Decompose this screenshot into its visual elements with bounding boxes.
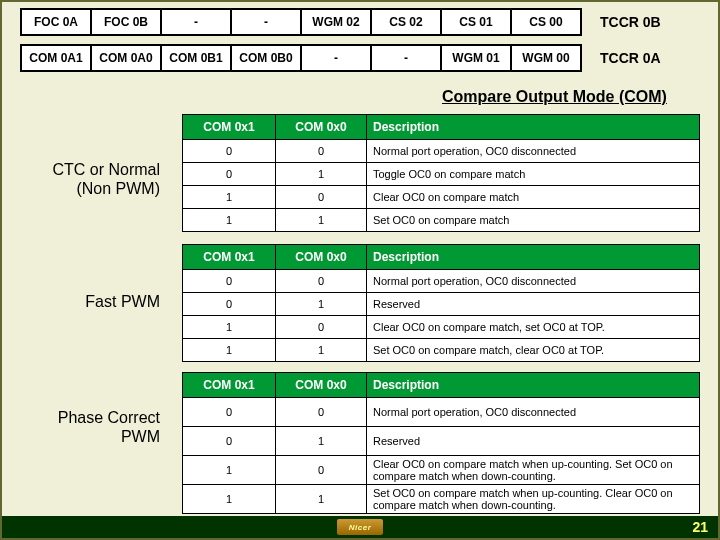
- tccr0b-bit: WGM 02: [301, 9, 371, 35]
- table-row: 00Normal port operation, OC0 disconnecte…: [183, 270, 700, 293]
- tccr0b-bit: FOC 0B: [91, 9, 161, 35]
- table-row: 11Set OC0 on compare match when up-count…: [183, 485, 700, 514]
- com-table-ctc: COM 0x1 COM 0x0 Description 00Normal por…: [182, 114, 700, 232]
- com-table-fastpwm: COM 0x1 COM 0x0 Description 00Normal por…: [182, 244, 700, 362]
- tccr0a-table: COM 0A1 COM 0A0 COM 0B1 COM 0B0 - - WGM …: [20, 44, 582, 72]
- tccr0b-bit: CS 02: [371, 9, 441, 35]
- tccr0a-bit: COM 0B0: [231, 45, 301, 71]
- col-com0x1: COM 0x1: [183, 373, 276, 398]
- col-com0x0: COM 0x0: [276, 245, 367, 270]
- col-com0x1: COM 0x1: [183, 245, 276, 270]
- col-com0x1: COM 0x1: [183, 115, 276, 140]
- table-row: 11Set OC0 on compare match: [183, 209, 700, 232]
- mode-label-ctc: CTC or Normal (Non PWM): [20, 160, 160, 198]
- col-description: Description: [367, 373, 700, 398]
- footer-bar: Nicer 21: [2, 516, 718, 538]
- mode-label-fastpwm: Fast PWM: [20, 292, 160, 311]
- table-row: 01Reserved: [183, 427, 700, 456]
- table-row: 10Clear OC0 on compare match when up-cou…: [183, 456, 700, 485]
- table-row: 11Set OC0 on compare match, clear OC0 at…: [183, 339, 700, 362]
- slide: FOC 0A FOC 0B - - WGM 02 CS 02 CS 01 CS …: [0, 0, 720, 540]
- tccr0a-bit: COM 0B1: [161, 45, 231, 71]
- mode-label-phasecorrect: Phase Correct PWM: [20, 408, 160, 446]
- col-com0x0: COM 0x0: [276, 373, 367, 398]
- tccr0b-bit: -: [231, 9, 301, 35]
- com-section-title: Compare Output Mode (COM): [442, 88, 667, 106]
- table-row: 00Normal port operation, OC0 disconnecte…: [183, 140, 700, 163]
- col-description: Description: [367, 115, 700, 140]
- tccr0a-bit: WGM 01: [441, 45, 511, 71]
- table-row: 00Normal port operation, OC0 disconnecte…: [183, 398, 700, 427]
- tccr0b-table: FOC 0A FOC 0B - - WGM 02 CS 02 CS 01 CS …: [20, 8, 582, 36]
- tccr0b-label: TCCR 0B: [600, 14, 661, 30]
- tccr0a-bit: COM 0A0: [91, 45, 161, 71]
- tccr0a-bit: COM 0A1: [21, 45, 91, 71]
- table-row: 01Reserved: [183, 293, 700, 316]
- table-row: 01Toggle OC0 on compare match: [183, 163, 700, 186]
- tccr0a-bit: -: [301, 45, 371, 71]
- col-com0x0: COM 0x0: [276, 115, 367, 140]
- tccr0a-row: COM 0A1 COM 0A0 COM 0B1 COM 0B0 - - WGM …: [21, 45, 581, 71]
- com-table-phasecorrect: COM 0x1 COM 0x0 Description 00Normal por…: [182, 372, 700, 514]
- table-row: 10Clear OC0 on compare match, set OC0 at…: [183, 316, 700, 339]
- tccr0a-bit: -: [371, 45, 441, 71]
- tccr0b-bit: CS 01: [441, 9, 511, 35]
- tccr0b-bit: -: [161, 9, 231, 35]
- col-description: Description: [367, 245, 700, 270]
- footer-logo: Nicer: [337, 519, 383, 535]
- tccr0b-bit: CS 00: [511, 9, 581, 35]
- tccr0b-row: FOC 0A FOC 0B - - WGM 02 CS 02 CS 01 CS …: [21, 9, 581, 35]
- tccr0a-bit: WGM 00: [511, 45, 581, 71]
- page-number: 21: [692, 519, 708, 535]
- tccr0b-bit: FOC 0A: [21, 9, 91, 35]
- tccr0a-label: TCCR 0A: [600, 50, 661, 66]
- table-row: 10Clear OC0 on compare match: [183, 186, 700, 209]
